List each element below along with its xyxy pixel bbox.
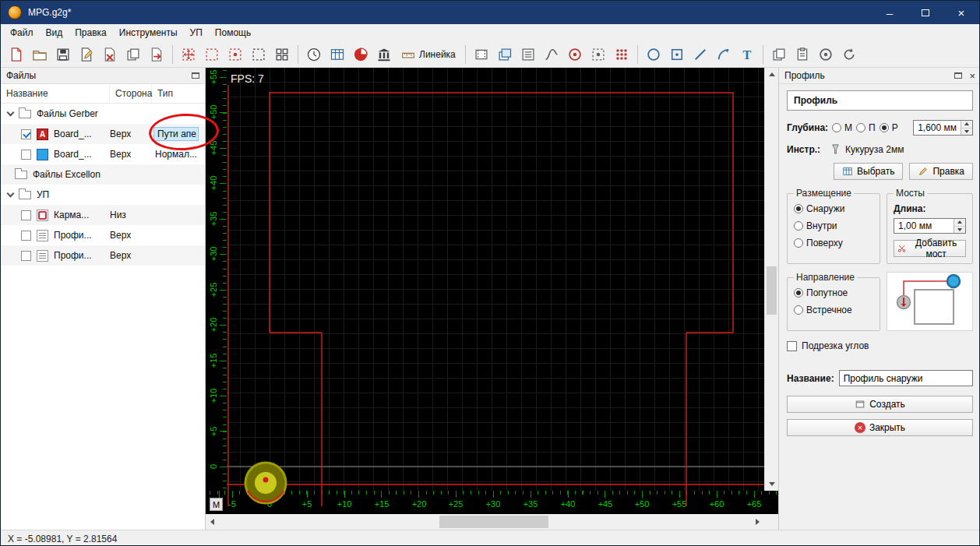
scale-selection-button[interactable]: [200, 44, 224, 65]
spin-up-button[interactable]: [954, 219, 965, 227]
horizontal-ruler: M -5 0 +5 +10 +15 +20 +25 +30 +35 +40 +4…: [206, 491, 778, 514]
depth-option-p[interactable]: П: [856, 122, 876, 133]
maximize-button[interactable]: [908, 1, 943, 24]
region-dot-button[interactable]: [587, 44, 610, 65]
file-visibility-checkbox[interactable]: [21, 210, 31, 220]
depth-option-r[interactable]: Р: [880, 122, 898, 133]
corner-trim-option[interactable]: Подрезка углов: [787, 340, 973, 351]
tree-row-gerber-folder[interactable]: Файлы Gerber: [1, 104, 205, 124]
placement-outside[interactable]: Снаружи: [794, 203, 873, 214]
line-tool-button[interactable]: [689, 44, 712, 65]
column-header-name[interactable]: Название: [1, 84, 110, 103]
text-tool-button[interactable]: [735, 44, 759, 65]
rect-tool-button[interactable]: [665, 44, 689, 65]
layers-button[interactable]: [493, 44, 516, 65]
horizontal-scrollbar[interactable]: [206, 514, 764, 530]
file-visibility-checkbox[interactable]: [21, 129, 31, 139]
rotate-button[interactable]: [837, 44, 861, 65]
scroll-down-arrow[interactable]: [765, 477, 778, 491]
menu-file[interactable]: Файл: [4, 26, 40, 40]
matrix-button[interactable]: [610, 44, 633, 65]
tree-row-excellon-folder[interactable]: Файлы Excellon: [1, 164, 205, 185]
copy-file-button[interactable]: [122, 44, 145, 65]
ruler-icon: [401, 48, 415, 62]
menu-nc[interactable]: УП: [184, 26, 209, 40]
aperture-list-button[interactable]: [516, 44, 540, 65]
copy-button[interactable]: [767, 44, 791, 65]
file-row-pocket[interactable]: Карма... Низ: [1, 205, 205, 225]
curve-button[interactable]: [540, 44, 563, 65]
menu-edit[interactable]: Правка: [69, 26, 113, 40]
v-ruler-label: +50: [209, 100, 218, 124]
new-file-button[interactable]: [5, 44, 28, 65]
close-button[interactable]: ×: [943, 1, 979, 24]
link-button[interactable]: [814, 44, 837, 65]
depth-option-m[interactable]: М: [832, 122, 852, 133]
paste-button[interactable]: [791, 44, 814, 65]
file-row-profile-2[interactable]: Профи... Верх: [1, 245, 205, 266]
ruler-mode-button[interactable]: M: [210, 498, 223, 511]
create-button[interactable]: Создать: [787, 396, 973, 413]
menu-view[interactable]: Вид: [40, 26, 69, 40]
horizontal-scroll-thumb[interactable]: [439, 516, 548, 528]
region-selection-button[interactable]: [247, 44, 270, 65]
target-button[interactable]: [563, 44, 587, 65]
array-button[interactable]: [270, 44, 294, 65]
close-file-button[interactable]: [98, 44, 122, 65]
save-as-button[interactable]: [75, 44, 98, 65]
file-visibility-checkbox[interactable]: [21, 150, 31, 160]
tree-row-nc-folder[interactable]: УП: [1, 185, 205, 205]
close-profile-button[interactable]: × Закрыть: [787, 419, 973, 436]
arc-tool-button[interactable]: [712, 44, 735, 65]
zoom-selection-button[interactable]: [224, 44, 247, 65]
spin-down-button[interactable]: [961, 129, 972, 136]
menu-help[interactable]: Помощь: [209, 26, 257, 40]
save-file-button[interactable]: [51, 44, 75, 65]
file-row-board-normal[interactable]: Board_... Верх Нормал...: [1, 144, 205, 164]
scroll-right-arrow[interactable]: [751, 514, 764, 530]
edit-tool-button[interactable]: Правка: [909, 163, 973, 180]
bridge-length-spinbox[interactable]: 1,00 мм: [894, 218, 966, 234]
file-row-board-paths[interactable]: A Board_... Верх Пути апе: [1, 124, 205, 144]
scroll-left-arrow[interactable]: [206, 514, 219, 530]
drawing-canvas[interactable]: [227, 68, 764, 491]
open-file-button[interactable]: [28, 44, 51, 65]
ruler-button[interactable]: Линейка: [396, 44, 461, 65]
file-visibility-checkbox[interactable]: [21, 231, 31, 241]
depth-spinbox[interactable]: 1,600 мм: [913, 120, 973, 136]
column-header-side[interactable]: Сторона: [110, 84, 152, 103]
direction-climb[interactable]: Попутное: [794, 287, 873, 298]
film-button[interactable]: [470, 44, 493, 65]
file-row-profile-1[interactable]: Профи... Верх: [1, 225, 205, 245]
chevron-down-icon[interactable]: [7, 109, 15, 117]
minimize-button[interactable]: –: [872, 1, 908, 24]
spin-down-button[interactable]: [954, 227, 965, 234]
column-header-type[interactable]: Тип: [152, 84, 205, 103]
drill-columns-button[interactable]: [372, 44, 396, 65]
h-ruler-label: +35: [517, 499, 544, 509]
float-panel-icon[interactable]: [192, 72, 199, 79]
file-type-dropdown-cell[interactable]: Пути апе: [153, 127, 199, 141]
scroll-up-arrow[interactable]: [765, 68, 778, 81]
scrollbar-corner: [764, 514, 778, 530]
vertical-scrollbar[interactable]: [764, 68, 778, 491]
file-visibility-checkbox[interactable]: [21, 251, 31, 261]
mill-button[interactable]: [349, 44, 372, 65]
circle-tool-button[interactable]: [642, 44, 665, 65]
spin-up-button[interactable]: [961, 121, 972, 129]
close-panel-icon[interactable]: ×: [969, 71, 975, 81]
profile-name-input[interactable]: [839, 370, 973, 386]
vertical-scroll-thumb[interactable]: [767, 266, 777, 315]
placement-on-top[interactable]: Поверху: [794, 238, 873, 248]
menu-tools[interactable]: Инструменты: [113, 26, 184, 40]
simulation-button[interactable]: [302, 44, 326, 65]
float-panel-icon[interactable]: [954, 72, 962, 79]
direction-conventional[interactable]: Встречное: [794, 305, 873, 315]
gcode-table-button[interactable]: [326, 44, 349, 65]
import-file-button[interactable]: [145, 44, 168, 65]
add-bridge-button[interactable]: Добавить мост: [894, 240, 966, 257]
move-selection-button[interactable]: [177, 44, 200, 65]
placement-inside[interactable]: Внутри: [794, 220, 873, 231]
chevron-down-icon[interactable]: [7, 190, 15, 198]
select-tool-button[interactable]: Выбрать: [834, 163, 903, 180]
